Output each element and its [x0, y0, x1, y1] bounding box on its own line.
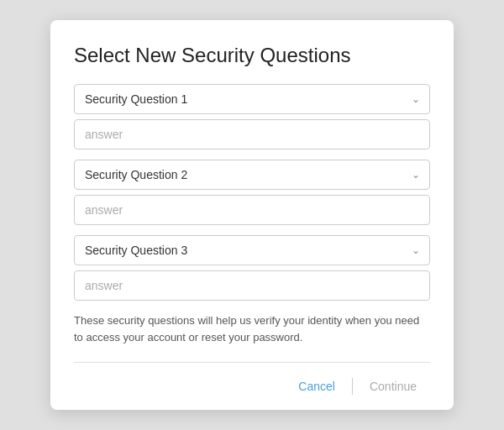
continue-button[interactable]: Continue [356, 373, 430, 400]
question-group-1: Security Question 1 ⌄ [74, 84, 430, 149]
select-wrapper-3: Security Question 3 ⌄ [74, 235, 430, 265]
footer-divider [352, 378, 353, 395]
security-question-1-select[interactable]: Security Question 1 [74, 84, 430, 114]
question-group-2: Security Question 2 ⌄ [74, 160, 430, 225]
security-questions-dialog: Select New Security Questions Security Q… [50, 20, 454, 410]
select-wrapper-2: Security Question 2 ⌄ [74, 160, 430, 190]
help-text: These security questions will help us ve… [74, 312, 430, 345]
dialog-footer: Cancel Continue [74, 362, 430, 410]
dialog-title: Select New Security Questions [74, 44, 430, 67]
answer-input-2[interactable] [74, 195, 430, 225]
answer-input-1[interactable] [74, 119, 430, 149]
select-wrapper-1: Security Question 1 ⌄ [74, 84, 430, 114]
answer-input-3[interactable] [74, 270, 430, 301]
security-question-2-select[interactable]: Security Question 2 [74, 160, 430, 190]
question-group-3: Security Question 3 ⌄ [74, 235, 430, 301]
cancel-button[interactable]: Cancel [285, 373, 349, 400]
security-question-3-select[interactable]: Security Question 3 [74, 235, 430, 265]
